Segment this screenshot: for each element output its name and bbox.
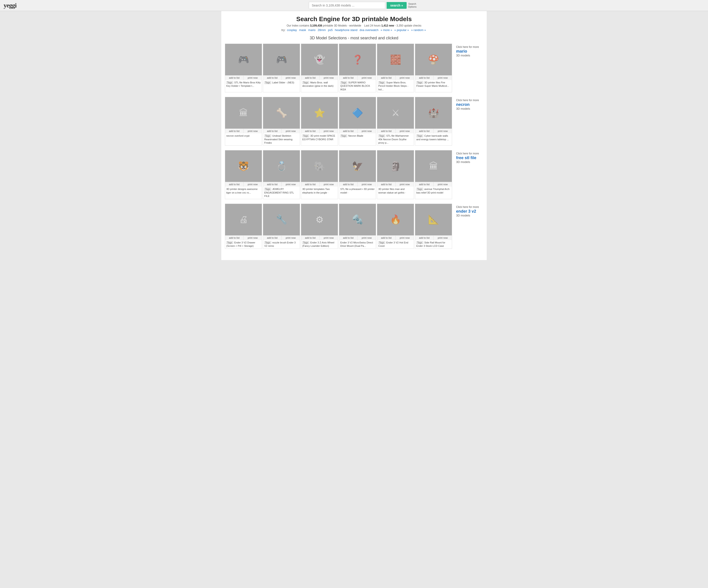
model-thumbnail[interactable]: 🧱 [377, 44, 414, 75]
model-thumbnail[interactable]: 🦅 [339, 150, 376, 182]
print-now-button[interactable]: print now [358, 75, 376, 80]
add-to-list-button[interactable]: add to list [225, 75, 243, 80]
random-link[interactable]: » random » [411, 28, 426, 32]
model-thumbnail[interactable]: 🏰 [415, 97, 452, 129]
model-card-necron-5: 🏰add to listprint nowTags Cyber barricad… [415, 97, 452, 146]
add-to-list-button[interactable]: add to list [377, 75, 395, 80]
model-thumbnail[interactable]: ⚔ [377, 97, 414, 129]
print-now-button[interactable]: print now [395, 75, 414, 80]
side-panel-mario: Click here for moremario3D models [454, 43, 490, 59]
try-headphone[interactable]: headphone stand [335, 28, 357, 32]
print-now-button[interactable]: print now [358, 182, 376, 187]
try-dva[interactable]: dva overwatch [360, 28, 379, 32]
add-to-list-button[interactable]: add to list [225, 129, 243, 133]
model-thumbnail[interactable]: 🐘 [301, 150, 338, 182]
print-now-button[interactable]: print now [243, 182, 262, 187]
model-thumbnail[interactable]: 🗿 [377, 150, 414, 182]
add-to-list-button[interactable]: add to list [225, 236, 243, 240]
side-panel-link[interactable]: mario [456, 49, 489, 54]
model-thumbnail[interactable]: 🔩 [339, 204, 376, 235]
add-to-list-button[interactable]: add to list [225, 182, 243, 187]
add-to-list-button[interactable]: add to list [415, 236, 434, 240]
side-panel-link[interactable]: ender 3 v2 [456, 209, 489, 214]
side-panel-link[interactable]: free stl file [456, 156, 489, 160]
print-now-button[interactable]: print now [395, 236, 414, 240]
model-thumbnail[interactable]: ⭐ [301, 97, 338, 129]
model-thumbnail[interactable]: 💍 [263, 150, 300, 182]
print-now-button[interactable]: print now [434, 129, 452, 133]
try-mask[interactable]: mask [299, 28, 306, 32]
add-to-list-button[interactable]: add to list [377, 129, 395, 133]
print-now-button[interactable]: print now [282, 129, 300, 133]
model-thumbnail[interactable]: 🏛 [225, 97, 262, 129]
try-ps5[interactable]: ps5 [328, 28, 333, 32]
add-to-list-button[interactable]: add to list [263, 236, 282, 240]
logo[interactable]: yeggi [4, 2, 17, 9]
add-to-list-button[interactable]: add to list [377, 236, 395, 240]
model-thumbnail[interactable]: 🔥 [377, 204, 414, 235]
print-now-button[interactable]: print now [434, 236, 452, 240]
print-now-button[interactable]: print now [282, 75, 300, 80]
print-now-button[interactable]: print now [320, 182, 338, 187]
try-cosplay[interactable]: cosplay [287, 28, 297, 32]
print-now-button[interactable]: print now [282, 182, 300, 187]
model-thumbnail[interactable]: ❓ [339, 44, 376, 75]
print-now-button[interactable]: print now [320, 129, 338, 133]
model-thumbnail[interactable]: 🔷 [339, 97, 376, 129]
print-now-button[interactable]: print now [358, 129, 376, 133]
model-thumbnail[interactable]: 🏛 [415, 150, 452, 182]
model-thumbnail[interactable]: ⚙ [301, 204, 338, 235]
print-now-button[interactable]: print now [282, 236, 300, 240]
print-now-button[interactable]: print now [243, 129, 262, 133]
model-count: 3,109,438 [310, 24, 322, 27]
side-panel-label: Click here for more [456, 206, 489, 209]
print-now-button[interactable]: print now [243, 236, 262, 240]
search-button[interactable]: search » [387, 2, 407, 9]
card-info: Tags nozzle brush Ender 3 V2 remix [263, 240, 300, 249]
add-to-list-button[interactable]: add to list [301, 75, 320, 80]
add-to-list-button[interactable]: add to list [377, 182, 395, 187]
try-28mm[interactable]: 28mm [318, 28, 326, 32]
print-now-button[interactable]: print now [358, 236, 376, 240]
add-to-list-button[interactable]: add to list [415, 129, 434, 133]
add-to-list-button[interactable]: add to list [301, 182, 320, 187]
try-links: try: cosplay mask mario 28mm ps5 headpho… [225, 28, 483, 32]
add-to-list-button[interactable]: add to list [301, 129, 320, 133]
print-now-button[interactable]: print now [395, 129, 414, 133]
add-to-list-button[interactable]: add to list [301, 236, 320, 240]
card-description: necron overlord crypt [226, 134, 249, 137]
print-now-button[interactable]: print now [434, 182, 452, 187]
print-now-button[interactable]: print now [243, 75, 262, 80]
model-thumbnail[interactable]: 👻 [301, 44, 338, 75]
card-description: 3D printer files man and woman statue ar… [378, 188, 406, 194]
model-thumbnail[interactable]: 🎮 [263, 44, 300, 75]
search-options[interactable]: Search Options [408, 2, 416, 8]
model-thumbnail[interactable]: 🖨 [225, 204, 262, 235]
add-to-list-button[interactable]: add to list [415, 75, 434, 80]
model-thumbnail[interactable]: 🦴 [263, 97, 300, 129]
print-now-button[interactable]: print now [320, 75, 338, 80]
model-thumbnail[interactable]: 🎮 [225, 44, 262, 75]
print-now-button[interactable]: print now [395, 182, 414, 187]
add-to-list-button[interactable]: add to list [263, 129, 282, 133]
side-panel-link[interactable]: necron [456, 102, 489, 107]
grid-row-necron: 🏛add to listprint nownecron overlord cry… [225, 97, 483, 146]
add-to-list-button[interactable]: add to list [263, 182, 282, 187]
try-mario[interactable]: mario [308, 28, 316, 32]
model-thumbnail[interactable]: 🐯 [225, 150, 262, 182]
model-thumbnail[interactable]: 🍄 [415, 44, 452, 75]
model-thumbnail[interactable]: 🔧 [263, 204, 300, 235]
add-to-list-button[interactable]: add to list [339, 182, 358, 187]
popular-link[interactable]: » popular » [394, 28, 409, 32]
model-thumbnail[interactable]: 📐 [415, 204, 452, 235]
print-now-button[interactable]: print now [434, 75, 452, 80]
add-to-list-button[interactable]: add to list [263, 75, 282, 80]
add-to-list-button[interactable]: add to list [339, 129, 358, 133]
add-to-list-button[interactable]: add to list [415, 182, 434, 187]
add-to-list-button[interactable]: add to list [339, 236, 358, 240]
print-now-button[interactable]: print now [320, 236, 338, 240]
more-link[interactable]: » more » [381, 28, 392, 32]
search-input[interactable] [309, 2, 385, 9]
model-card-necron-1: 🦴add to listprint nowTags Undead Skeleto… [263, 97, 300, 146]
add-to-list-button[interactable]: add to list [339, 75, 358, 80]
